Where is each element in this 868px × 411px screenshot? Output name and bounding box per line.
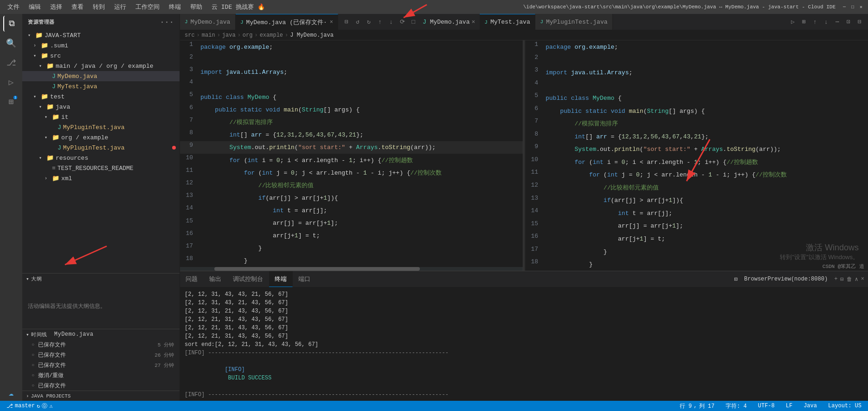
menu-view[interactable]: 查看: [68, 2, 87, 12]
terminal-add-button[interactable]: +: [834, 276, 837, 282]
terminal-split-button[interactable]: ⊟: [840, 276, 843, 283]
line-col-item[interactable]: 行 9, 列 17: [677, 401, 717, 411]
toolbar-refresh[interactable]: ⟳: [398, 17, 407, 26]
split-right-button[interactable]: ⊞: [799, 17, 809, 26]
toolbar-btn-2[interactable]: ↺: [353, 17, 362, 26]
tree-item-readme[interactable]: ≡ TEST_RESOURCES_README: [22, 163, 180, 173]
terminal-tab-problems[interactable]: 问题: [180, 271, 204, 287]
timeline-item-2[interactable]: ○ 已保存文件 26 分钟: [22, 350, 180, 360]
java-projects-section[interactable]: › JAVA PROJECTS: [22, 391, 180, 401]
breadcrumb-org[interactable]: org: [243, 32, 253, 39]
terminal-tab-output[interactable]: 输出: [204, 271, 227, 287]
outline-header[interactable]: ▾ 大纲: [22, 274, 180, 284]
tab-mydemo-saved[interactable]: J MyDemo.java (已保存文件· ×: [236, 14, 338, 30]
tree-item-myplugintest1[interactable]: J MyPluginTest.java: [22, 122, 180, 132]
tree-item-org-example[interactable]: ▾ 📁 org / example: [22, 132, 180, 143]
timeline-item-3[interactable]: ○ 已保存文件 27 分钟: [22, 360, 180, 370]
breadcrumb-file[interactable]: J MyDemo.java: [290, 32, 334, 39]
tree-item-java-start[interactable]: ▾ 📁 JAVA-START: [22, 30, 180, 40]
code-line-r8: 8 int[] arr = {12,31,2,56,43,67,43,21};: [525, 130, 868, 143]
split-editor-button[interactable]: ⊟: [342, 17, 351, 26]
toolbar-stop[interactable]: □: [409, 17, 418, 26]
breadcrumb-java[interactable]: java: [222, 32, 236, 39]
eol-item[interactable]: LF: [783, 401, 795, 411]
sidebar-more-button[interactable]: ···: [160, 18, 174, 26]
close-icon[interactable]: ×: [471, 19, 475, 26]
tree-item-myplugintest2[interactable]: J MyPluginTest.java: [22, 143, 180, 153]
tree-item-src[interactable]: ▾ 📁 src: [22, 51, 180, 61]
breadcrumb-main[interactable]: main: [202, 32, 215, 39]
scrollbar-thumb[interactable]: [214, 267, 420, 271]
menu-goto[interactable]: 转到: [89, 2, 109, 12]
breadcrumb-src[interactable]: src: [185, 32, 195, 39]
download-button[interactable]: ↓: [822, 17, 831, 26]
close-button[interactable]: ✕: [858, 4, 864, 10]
tab-myplugintest[interactable]: J MyPluginTest.java: [535, 14, 612, 30]
tree-item-resources[interactable]: ▾ 📁 resources: [22, 153, 180, 163]
menu-run[interactable]: 运行: [110, 2, 130, 12]
tree-item-mydemo[interactable]: J MyDemo.java: [22, 71, 180, 81]
line-content: int t = arr[j];: [199, 204, 523, 216]
collapse-button[interactable]: ⊟: [855, 17, 864, 26]
tree-item-main-path[interactable]: ▾ 📁 main / java / org / example: [22, 61, 180, 71]
right-code-area[interactable]: 1 package org.example; 2 3 import java.u…: [525, 40, 868, 271]
activity-explorer[interactable]: ⧉: [3, 16, 19, 32]
terminal-tab-debug[interactable]: 调试控制台: [227, 271, 269, 287]
toolbar-btn-down[interactable]: ↓: [386, 17, 396, 26]
more-button[interactable]: ⋯: [833, 17, 842, 26]
terminal-trash-button[interactable]: 🗑: [847, 276, 852, 283]
timeline-item-4[interactable]: ○ 撤消/重做: [22, 370, 180, 380]
menu-edit[interactable]: 编辑: [25, 2, 45, 12]
terminal-close-button[interactable]: ×: [861, 276, 864, 282]
menu-file[interactable]: 文件: [4, 2, 23, 12]
tree-item-test[interactable]: ▾ 📁 test: [22, 91, 180, 102]
tree-item-mytest[interactable]: J MyTest.java: [22, 81, 180, 91]
tab-mytest[interactable]: J MyTest.java: [480, 14, 535, 30]
activity-extensions[interactable]: ⊞ 1: [3, 94, 19, 110]
menu-cloudide[interactable]: 云 IDE 挑战赛 🔥: [208, 2, 269, 12]
char-item[interactable]: 字符: 4: [723, 401, 750, 411]
toolbar-btn-up[interactable]: ↑: [375, 17, 385, 26]
tab-label: MyPluginTest.java: [546, 19, 608, 26]
activity-git[interactable]: ⎇: [3, 55, 19, 71]
tree-item-it[interactable]: ▾ 📁 it: [22, 112, 180, 122]
timeline-item-5[interactable]: ○ 已保存文件: [22, 380, 180, 391]
toolbar-btn-3[interactable]: ↻: [364, 17, 373, 26]
timeline-item-1[interactable]: ○ 已保存文件 5 分钟: [22, 339, 180, 350]
menu-workspace[interactable]: 工作空间: [132, 2, 163, 12]
breadcrumb-example[interactable]: example: [260, 32, 283, 39]
timeline-header[interactable]: ▾ 时间线 MyDemo.java: [22, 329, 180, 339]
menu-terminal[interactable]: 终端: [165, 2, 185, 12]
left-code-area[interactable]: 1 package org.example; 2 3 import java.u…: [180, 40, 523, 267]
run-button[interactable]: ▷: [788, 17, 797, 26]
git-branch-item[interactable]: ⎇ master ↻ ⓪ ⚠: [4, 401, 56, 411]
expand-button[interactable]: ⊡: [844, 17, 853, 26]
close-icon[interactable]: ×: [330, 19, 333, 26]
tab-mydemo-1[interactable]: J MyDemo.java: [180, 14, 236, 30]
activity-search[interactable]: 🔍: [3, 35, 19, 51]
terminal-tab-port[interactable]: 端口: [293, 271, 316, 287]
terminal-line-4: [2, 12, 21, 31, 43, 43, 56, 67]: [185, 315, 863, 324]
tree-item-xml[interactable]: › 📁 xml: [22, 173, 180, 183]
encoding-item[interactable]: UTF-8: [755, 401, 778, 411]
terminal-expand-button[interactable]: ∧: [855, 276, 858, 283]
terminal-content[interactable]: [2, 12, 31, 43, 43, 21, 56, 67] [2, 12, …: [180, 287, 868, 401]
tree-item-java[interactable]: ▾ 📁 java: [22, 102, 180, 112]
tree-item-sumi[interactable]: › 📁 .sumi: [22, 40, 180, 51]
restore-button[interactable]: □: [849, 4, 856, 10]
activity-cloud[interactable]: ☁: [3, 385, 19, 401]
activity-debug[interactable]: ▷: [3, 74, 19, 90]
horizontal-scrollbar[interactable]: [180, 267, 523, 271]
code-line-11: 11 for (int j = 0; j < arr.length - 1 - …: [180, 166, 523, 179]
line-number: 7: [525, 117, 544, 130]
code-line-1: 1 package org.example;: [180, 40, 523, 53]
language-item[interactable]: Java: [801, 401, 820, 411]
menu-select[interactable]: 选择: [46, 2, 66, 12]
terminal-tab-terminal[interactable]: 终端: [269, 271, 293, 287]
timeline-label: 已保存文件: [38, 382, 66, 390]
java-projects-label: JAVA PROJECTS: [31, 393, 71, 399]
minimize-button[interactable]: ─: [841, 4, 848, 10]
menu-help[interactable]: 帮助: [186, 2, 206, 12]
layout-item[interactable]: Layout: US: [825, 401, 864, 411]
upload-button[interactable]: ↑: [810, 17, 820, 26]
